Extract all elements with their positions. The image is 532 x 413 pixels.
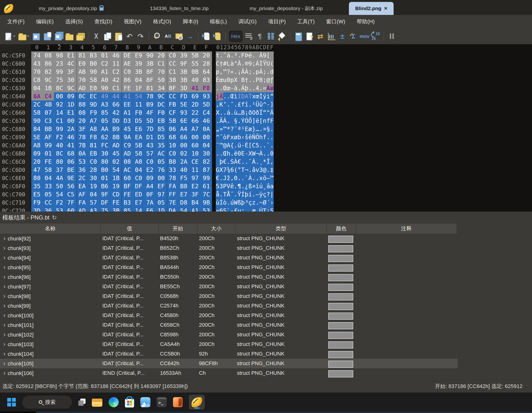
char-panel-row[interactable]: ^¯òFxøb‹šêÑÕhf.. (216, 133, 277, 141)
hex-byte[interactable]: F0 (133, 109, 144, 117)
hex-byte[interactable]: 4C (65, 60, 76, 68)
hex-byte[interactable]: E6 (133, 125, 144, 133)
char-panel-row[interactable]: ..Œœ-à.Áþ..4.=Aø (216, 84, 277, 92)
menu-item-13[interactable]: 帮助(H) (353, 17, 378, 27)
hex-byte[interactable]: E6 (144, 207, 155, 211)
hex-byte[interactable]: 85 (155, 125, 167, 133)
hex-byte[interactable]: 57 (88, 199, 99, 207)
menu-item-12[interactable]: 窗口(W) (323, 17, 348, 27)
hex-byte[interactable]: ED (133, 190, 144, 199)
hex-byte[interactable]: 97 (155, 190, 167, 199)
table-row[interactable]: ›chunk[95]IDAT (Critical, P...BA544h200C… (0, 262, 458, 272)
hex-byte[interactable]: 05 (43, 190, 54, 199)
hex-byte[interactable]: FD (178, 92, 189, 100)
hex-byte[interactable]: 11 (133, 100, 144, 109)
hex-byte[interactable]: B0 (88, 60, 99, 68)
hex-byte[interactable]: 3D (178, 84, 189, 92)
hex-byte[interactable]: 01 (43, 150, 54, 158)
hex-byte[interactable]: 0F (144, 190, 155, 199)
hex-byte[interactable]: 20 (31, 158, 43, 166)
tab-file-3[interactable]: my_private_depository - 副本.zip (235, 2, 338, 15)
hex-byte[interactable]: 7F (65, 199, 76, 207)
menu-item-5[interactable]: 视图(V) (120, 17, 145, 27)
hex-byte[interactable]: 09 (65, 92, 76, 100)
hex-byte[interactable]: F8 (201, 84, 212, 92)
hex-byte[interactable]: 8F (167, 84, 178, 92)
hex-byte[interactable]: BE (65, 166, 76, 174)
hex-byte[interactable]: A7 (88, 117, 99, 125)
char-panel-row[interactable]: t.˜á.³.FÞé. À9[ (216, 51, 277, 60)
hex-byte[interactable]: 9A (122, 133, 133, 141)
hex-byte[interactable]: 01 (99, 174, 110, 182)
radix-convert-button[interactable]: 1016 (371, 31, 380, 41)
hex-byte[interactable]: D1 (144, 133, 155, 141)
tab-file-1[interactable]: my_private_depository.zip (18, 2, 124, 15)
hex-byte[interactable]: 42 (110, 76, 122, 84)
hex-byte[interactable]: 5B (167, 117, 178, 125)
hex-byte[interactable]: 82 (201, 158, 212, 166)
hex-byte[interactable]: BF (122, 182, 133, 190)
hex-byte[interactable]: 80 (31, 174, 43, 182)
hex-byte[interactable]: E1 (65, 51, 76, 60)
hex-byte[interactable]: 46 (201, 117, 212, 125)
hex-byte[interactable]: A4 (178, 125, 189, 133)
hex-byte[interactable]: 99 (201, 174, 212, 182)
hex-byte[interactable]: 90 (31, 117, 43, 125)
hex-byte[interactable]: 81 (76, 51, 88, 60)
hex-byte[interactable]: DA (167, 207, 178, 211)
hex-byte[interactable]: 04 (133, 166, 144, 174)
010-editor-button[interactable] (189, 395, 205, 410)
hex-byte[interactable]: DD (110, 117, 122, 125)
hex-byte[interactable]: 87 (201, 166, 212, 174)
hex-byte[interactable]: 50 (155, 76, 167, 84)
hex-byte[interactable]: 3B (178, 76, 189, 84)
hex-byte[interactable]: 45 (110, 150, 122, 158)
mov-instruction-button[interactable]: mov (360, 31, 369, 41)
hex-byte[interactable]: 9B (201, 199, 212, 207)
hex-byte[interactable]: C1 (54, 117, 65, 125)
hex-byte[interactable]: 38 (167, 76, 178, 84)
menu-item-10[interactable]: 项目(P) (265, 17, 289, 27)
hex-byte[interactable]: 20 (201, 51, 212, 60)
hex-byte[interactable]: CD (110, 190, 122, 199)
table-row[interactable]: ›chunk[92]IDAT (Critical, P...B4520h200C… (0, 234, 458, 243)
hex-byte[interactable]: F2 (54, 199, 65, 207)
hex-byte[interactable]: B0 (99, 166, 110, 174)
replace-button[interactable]: AB (163, 31, 173, 41)
hex-byte[interactable]: 3B (133, 68, 144, 76)
hex-byte[interactable]: 8B (110, 133, 122, 141)
char-panel-row[interactable]: ùÌò.úWßþ³çz.~Ø´› (216, 199, 277, 207)
find-in-files-button[interactable] (174, 31, 184, 41)
hex-byte[interactable]: AD (122, 150, 133, 158)
hex-byte[interactable]: FE (110, 199, 122, 207)
hex-byte[interactable]: 1B (110, 174, 122, 182)
hex-byte[interactable]: 09 (144, 174, 155, 182)
color-swatch[interactable] (328, 313, 353, 320)
expand-chevron-icon[interactable]: › (0, 368, 8, 378)
char-panel-row[interactable]: X..á.ù…B¡ðOðÏ“"Ä (216, 109, 277, 117)
hex-byte[interactable]: 9C (43, 76, 54, 84)
hex-byte[interactable]: 82 (43, 68, 54, 76)
hex-byte[interactable]: C0 (133, 174, 144, 182)
hex-byte[interactable]: 81 (88, 141, 99, 150)
hex-byte[interactable]: D8 (178, 199, 189, 207)
hex-byte[interactable]: D3 (122, 117, 133, 125)
hex-byte[interactable]: 66 (110, 100, 122, 109)
redo-button[interactable]: ↷ (136, 31, 145, 41)
undo-button[interactable]: ↶ (125, 31, 134, 41)
hex-byte[interactable]: 5B (133, 141, 144, 150)
color-swatch[interactable] (328, 274, 353, 281)
hex-byte[interactable]: 3F (189, 190, 201, 199)
color-swatch[interactable] (328, 361, 353, 368)
hex-byte[interactable]: 42 (110, 109, 122, 117)
calculator-button[interactable] (293, 31, 303, 41)
char-panel-row[interactable]: Èœu0pX B†..P8;@ƒ (216, 76, 277, 84)
hex-byte[interactable]: 2D (189, 100, 201, 109)
hex-byte[interactable]: 53 (76, 158, 88, 166)
hex-byte[interactable]: 78 (76, 133, 88, 141)
hex-byte[interactable]: 84 (31, 125, 43, 133)
hex-byte[interactable]: 41 (189, 84, 201, 92)
hex-byte[interactable]: CC (43, 199, 54, 207)
hex-byte[interactable]: DF (99, 199, 110, 207)
hex-byte[interactable]: 3B (110, 207, 122, 211)
